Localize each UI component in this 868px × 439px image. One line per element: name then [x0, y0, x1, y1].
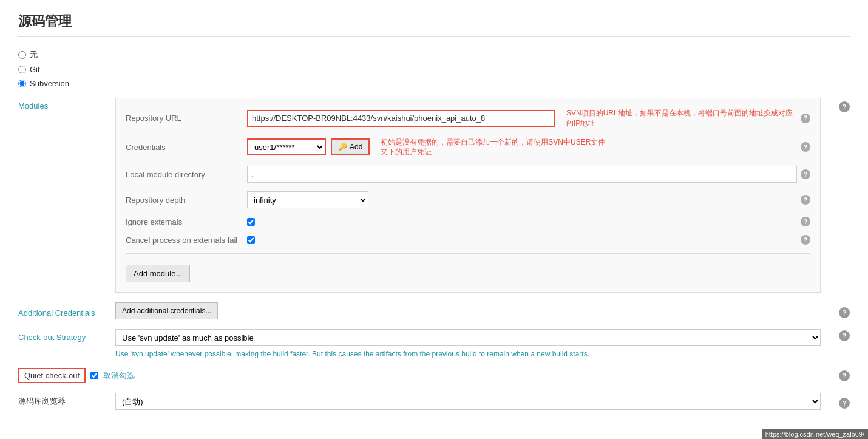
- credentials-label: Credentials: [126, 143, 247, 152]
- checkout-strategy-hint: Use 'svn update' whenever possible, maki…: [115, 350, 821, 358]
- local-module-dir-input[interactable]: [247, 166, 797, 183]
- radio-subversion-input[interactable]: [18, 80, 26, 87]
- local-module-dir-label: Local module directory: [126, 170, 247, 179]
- repository-url-input[interactable]: [247, 110, 555, 127]
- credentials-help-icon[interactable]: ?: [801, 142, 810, 152]
- credentials-select[interactable]: user1/******: [247, 138, 326, 155]
- repository-depth-select[interactable]: infinity empty files immediates: [247, 191, 368, 208]
- ignore-externals-label: Ignore externals: [126, 217, 247, 226]
- page-container: 源码管理 无 Git Subversion Modules Repository…: [0, 0, 868, 439]
- repository-url-row: Repository URL SVN项目的URL地址，如果不是在本机，将端口号前…: [126, 108, 810, 129]
- add-module-button[interactable]: Add module...: [126, 265, 190, 282]
- modules-section: Modules Repository URL SVN项目的URL地址，如果不是在…: [18, 98, 850, 293]
- page-title: 源码管理: [18, 12, 850, 37]
- local-module-dir-help-icon[interactable]: ?: [801, 169, 810, 179]
- source-browser-label: 源码库浏览器: [18, 396, 115, 407]
- radio-git-label: Git: [30, 65, 40, 74]
- add-additional-credentials-button[interactable]: Add additional credentials...: [115, 302, 218, 319]
- ignore-externals-row: Ignore externals ?: [126, 217, 810, 226]
- ignore-externals-checkbox[interactable]: [247, 218, 255, 226]
- additional-credentials-help-icon[interactable]: ?: [839, 307, 850, 318]
- repository-depth-help-icon[interactable]: ?: [801, 195, 810, 205]
- source-browser-section: 源码库浏览器 (自动) Fisheye ViewSVN WebSVN ?: [18, 393, 850, 410]
- repository-url-label: Repository URL: [126, 114, 247, 123]
- radio-subversion[interactable]: Subversion: [18, 79, 850, 88]
- local-module-dir-row: Local module directory ?: [126, 166, 810, 183]
- quiet-checkout-label: Quiet check-out: [18, 368, 86, 383]
- repository-depth-label: Repository depth: [126, 196, 247, 205]
- radio-git[interactable]: Git: [18, 65, 850, 74]
- checkout-strategy-section: Check-out Strategy Use 'svn update' as m…: [18, 329, 850, 358]
- credentials-add-button[interactable]: 🔑 Add: [331, 138, 370, 155]
- scm-radio-group: 无 Git Subversion: [18, 49, 850, 88]
- modules-label: Modules: [18, 98, 115, 111]
- repository-depth-row: Repository depth infinity empty files im…: [126, 191, 810, 208]
- radio-subversion-label: Subversion: [30, 79, 69, 88]
- modules-content: Repository URL SVN项目的URL地址，如果不是在本机，将端口号前…: [115, 98, 821, 293]
- quiet-checkout-help-icon[interactable]: ?: [839, 370, 850, 381]
- quiet-checkout-checkbox[interactable]: [90, 372, 98, 379]
- cancel-process-checkbox[interactable]: [247, 236, 255, 244]
- credentials-row: Credentials user1/****** 🔑 Add 初始是没有凭据的，…: [126, 137, 810, 158]
- quiet-checkout-section: Quiet check-out 取消勾选 ?: [18, 368, 850, 383]
- repository-url-help-icon[interactable]: ?: [801, 114, 810, 123]
- quiet-checkout-cancel-link[interactable]: 取消勾选: [103, 370, 135, 381]
- ignore-externals-help-icon[interactable]: ?: [801, 217, 810, 226]
- additional-credentials-section: Additional Credentials Add additional cr…: [18, 302, 850, 319]
- source-browser-select[interactable]: (自动) Fisheye ViewSVN WebSVN: [115, 393, 821, 410]
- modules-help-icon[interactable]: ?: [839, 101, 850, 112]
- radio-none[interactable]: 无: [18, 49, 850, 60]
- credentials-annotation: 初始是没有凭据的，需要自己添加一个新的，请使用SVN中USER文件夹下的用户凭证: [381, 137, 611, 158]
- cancel-process-row: Cancel process on externals fail ?: [126, 235, 810, 245]
- radio-none-label: 无: [30, 49, 38, 60]
- cancel-process-help-icon[interactable]: ?: [801, 235, 810, 245]
- checkout-strategy-label: Check-out Strategy: [18, 329, 115, 342]
- bottom-url-bar: https://blog.csdn.net/weq_zalb69/: [762, 429, 868, 439]
- source-browser-help-icon[interactable]: ?: [839, 398, 850, 409]
- radio-none-input[interactable]: [18, 51, 26, 59]
- checkout-strategy-select[interactable]: Use 'svn update' as much as possible Alw…: [115, 329, 821, 346]
- checkout-strategy-help-icon[interactable]: ?: [839, 330, 850, 341]
- repository-url-annotation: SVN项目的URL地址，如果不是在本机，将端口号前面的地址换成对应的IP地址: [566, 108, 797, 129]
- key-icon: 🔑: [338, 143, 347, 151]
- additional-credentials-label: Additional Credentials: [18, 305, 115, 318]
- cancel-process-label: Cancel process on externals fail: [126, 236, 247, 245]
- radio-git-input[interactable]: [18, 66, 26, 73]
